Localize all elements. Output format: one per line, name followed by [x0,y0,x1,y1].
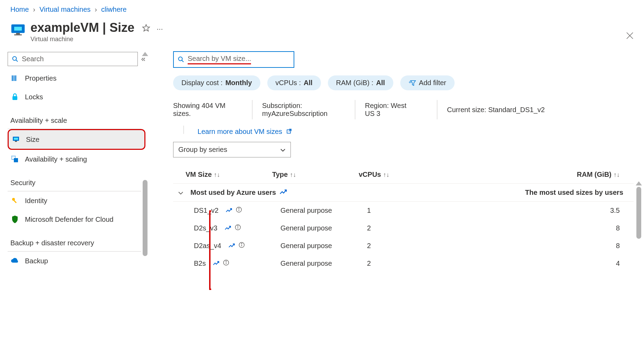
chevron-right-icon: › [33,6,35,13]
svg-rect-12 [12,96,17,100]
table-row[interactable]: D2as_v4General purpose28 [173,237,634,255]
info-current-size: Current size: Standard_DS1_v2 [447,106,555,114]
vm-size-search-input[interactable]: Search by VM size... [173,51,294,68]
svg-rect-3 [14,34,22,35]
info-region: Region: West US 3 [365,102,427,118]
svg-line-8 [16,60,18,62]
group-by-select[interactable]: Group by series [173,142,291,157]
info-showing-count: Showing 404 VM sizes. [173,102,242,118]
svg-point-29 [238,226,238,226]
learn-more-link[interactable]: Learn more about VM sizes [198,128,292,135]
add-filter-button[interactable]: + Add filter [400,75,455,90]
svg-marker-4 [143,25,150,31]
svg-rect-14 [14,138,18,140]
sidebar-item-backup[interactable]: Backup [8,252,145,270]
key-icon [10,196,19,205]
column-type[interactable]: Type↑↓ [272,171,359,179]
filter-ram[interactable]: RAM (GiB) : All [328,75,393,90]
svg-point-7 [13,56,17,60]
sidebar-search-input[interactable]: Search [8,52,138,66]
svg-rect-1 [14,27,22,30]
favorite-star-icon[interactable] [142,24,150,34]
chevron-down-icon [178,189,184,197]
lock-icon [10,92,19,101]
info-subscription: Subscription: myAzureSubscription [262,102,345,118]
properties-icon [10,74,19,83]
annotation-bracket [209,210,211,290]
table-row[interactable]: B2sGeneral purpose24 [173,255,634,272]
sidebar-item-label: Availability + scaling [25,155,87,163]
more-icon[interactable]: ··· [156,25,163,34]
sort-icon: ↑↓ [383,171,389,178]
scroll-up-icon[interactable] [636,181,642,185]
shield-icon [10,215,19,224]
info-icon[interactable] [239,242,245,250]
page-title: exampleVM | Size [30,20,134,35]
page-subtitle: Virtual machine [30,36,134,43]
table-row[interactable]: D2s_v3General purpose28 [173,219,634,237]
breadcrumb-home[interactable]: Home [10,6,29,13]
sidebar-item-label: Backup [25,257,48,265]
table-row[interactable]: DS1_v2General purpose13.5 [173,202,634,219]
sidebar-item-defender[interactable]: Microsoft Defender for Cloud [8,210,145,229]
svg-point-35 [226,261,227,262]
sidebar-item-label: Identity [25,197,47,205]
main-content: Search by VM size... Display cost : Mont… [149,48,644,357]
sort-icon: ↑↓ [614,171,620,178]
cloud-backup-icon [10,256,19,265]
svg-rect-2 [16,33,20,34]
trend-up-icon [213,260,220,267]
vm-size-icon [11,135,20,144]
breadcrumb: Home › Virtual machines › cliwhere [0,0,644,17]
filter-vcpus[interactable]: vCPUs : All [267,75,321,90]
trend-up-icon [228,242,235,250]
sidebar-item-label: Microsoft Defender for Cloud [25,216,114,224]
column-vcpus[interactable]: vCPUs↑↓ [359,171,445,179]
scaling-icon [10,155,19,164]
sidebar-item-size[interactable]: Size [8,129,145,150]
svg-point-26 [239,208,239,209]
column-vm-size[interactable]: VM Size↑↓ [186,171,272,179]
svg-point-20 [179,57,182,61]
table-group-row[interactable]: Most used by Azure users The most used s… [173,183,634,202]
svg-rect-17 [14,158,18,162]
sidebar: Search « Properties Locks Availability +… [0,48,149,357]
sidebar-section-availability: Availability + scale [8,106,141,129]
sidebar-item-label: Locks [25,93,43,101]
breadcrumb-current[interactable]: cliwhere [101,6,126,13]
sidebar-item-label: Properties [25,74,56,82]
sidebar-section-security: Security [8,169,141,191]
sort-icon: ↑↓ [214,171,220,178]
close-button[interactable] [626,31,634,42]
sidebar-item-locks[interactable]: Locks [8,88,145,106]
svg-line-21 [182,60,184,62]
info-icon[interactable] [223,260,229,267]
svg-rect-10 [14,75,15,81]
main-scrollbar[interactable] [636,187,641,239]
vm-icon [10,22,26,38]
sidebar-item-identity[interactable]: Identity [8,191,145,210]
column-ram[interactable]: RAM (GiB)↑↓ [445,171,634,179]
svg-rect-9 [12,75,13,81]
sidebar-section-backup: Backup + disaster recovery [8,229,141,252]
sort-icon: ↑↓ [290,171,296,178]
svg-rect-15 [15,141,17,142]
table-header: VM Size↑↓ Type↑↓ vCPUs↑↓ RAM (GiB)↑↓ [173,166,634,183]
scroll-up-icon[interactable] [142,52,148,56]
chevron-down-icon [280,146,286,154]
info-icon[interactable] [236,207,242,215]
sidebar-scrollbar[interactable] [143,180,147,256]
trend-up-icon [225,207,232,215]
filter-display-cost[interactable]: Display cost : Monthly [173,75,260,90]
svg-point-18 [12,198,15,201]
sidebar-item-properties[interactable]: Properties [8,69,145,88]
external-link-icon [286,128,292,135]
breadcrumb-vms[interactable]: Virtual machines [39,6,90,13]
sidebar-item-label: Size [26,136,39,144]
info-icon[interactable] [235,224,241,232]
sidebar-item-availability-scaling[interactable]: Availability + scaling [8,150,145,169]
chevron-right-icon: › [95,6,97,13]
trend-up-icon [224,224,231,232]
svg-rect-19 [14,200,17,203]
trend-up-icon [279,189,287,197]
